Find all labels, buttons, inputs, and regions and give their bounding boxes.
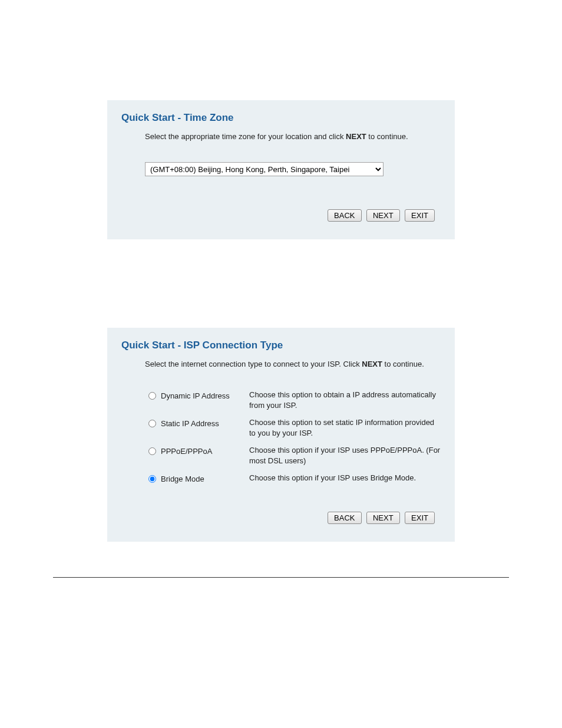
radio-dynamic-ip[interactable] — [148, 392, 156, 400]
isp-title: Quick Start - ISP Connection Type — [121, 340, 441, 351]
isp-instruction-post: to continue. — [382, 360, 424, 368]
isp-instruction: Select the internet connection type to c… — [145, 360, 441, 368]
radio-static-ip[interactable] — [148, 420, 156, 427]
isp-option-static-ip: Static IP Address Choose this option to … — [148, 417, 441, 438]
isp-instruction-bold: NEXT — [362, 360, 382, 368]
timezone-instruction-pre: Select the appropriate time zone for you… — [145, 132, 346, 141]
exit-button[interactable]: EXIT — [405, 209, 435, 222]
timezone-instruction: Select the appropriate time zone for you… — [145, 132, 441, 141]
timezone-panel: Quick Start - Time Zone Select the appro… — [107, 100, 455, 239]
timezone-instruction-post: to continue. — [366, 132, 408, 141]
isp-option-bridge: Bridge Mode Choose this option if your I… — [148, 473, 441, 483]
isp-option-dynamic-ip: Dynamic IP Address Choose this option to… — [148, 390, 441, 410]
label-pppoe: PPPoE/PPPoA — [161, 445, 249, 456]
timezone-select[interactable]: (GMT+08:00) Beijing, Hong Kong, Perth, S… — [145, 162, 384, 176]
isp-panel: Quick Start - ISP Connection Type Select… — [107, 328, 455, 542]
isp-option-pppoe: PPPoE/PPPoA Choose this option if your I… — [148, 445, 441, 466]
timezone-title: Quick Start - Time Zone — [121, 112, 441, 124]
timezone-select-row: (GMT+08:00) Beijing, Hong Kong, Perth, S… — [145, 162, 441, 176]
desc-dynamic-ip: Choose this option to obtain a IP addres… — [249, 390, 441, 410]
next-button[interactable]: NEXT — [366, 512, 400, 524]
exit-button[interactable]: EXIT — [405, 512, 435, 524]
isp-instruction-pre: Select the internet connection type to c… — [145, 360, 362, 368]
timezone-instruction-bold: NEXT — [346, 132, 366, 141]
radio-bridge[interactable] — [148, 475, 156, 483]
footer-rule — [53, 577, 509, 578]
next-button[interactable]: NEXT — [366, 209, 400, 222]
radio-pppoe[interactable] — [148, 447, 156, 455]
label-static-ip: Static IP Address — [161, 417, 249, 428]
timezone-button-row: BACK NEXT EXIT — [121, 209, 435, 222]
desc-pppoe: Choose this option if your ISP uses PPPo… — [249, 445, 441, 466]
isp-options: Dynamic IP Address Choose this option to… — [148, 390, 441, 483]
desc-static-ip: Choose this option to set static IP info… — [249, 417, 441, 438]
label-dynamic-ip: Dynamic IP Address — [161, 390, 249, 400]
back-button[interactable]: BACK — [328, 209, 361, 222]
desc-bridge: Choose this option if your ISP uses Brid… — [249, 473, 441, 483]
label-bridge: Bridge Mode — [161, 473, 249, 483]
isp-button-row: BACK NEXT EXIT — [121, 512, 435, 524]
back-button[interactable]: BACK — [328, 512, 361, 524]
